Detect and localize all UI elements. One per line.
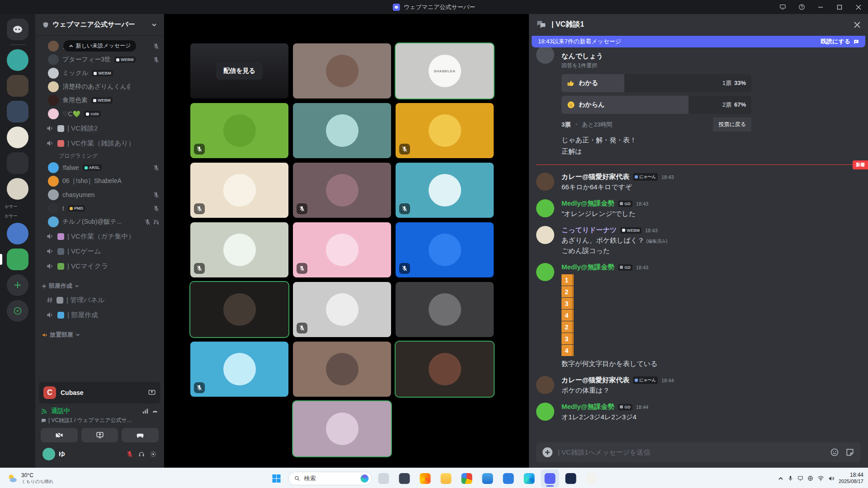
video-tile[interactable]: 配信を見る (293, 222, 391, 277)
poll-option[interactable]: わかる 1票33% (561, 74, 751, 92)
camera-button[interactable] (41, 428, 78, 442)
video-tile[interactable]: 配信を見る (396, 103, 494, 158)
voice-member[interactable]: ミックル WEBM (35, 66, 164, 80)
video-tile[interactable]: 配信を見る (190, 342, 288, 397)
category-create-room[interactable]: 部屋作成 (35, 280, 164, 292)
call-location[interactable]: | VC雑談1 / ウェブマニア公式サ... (48, 417, 132, 424)
avatar[interactable] (536, 173, 554, 191)
author-name[interactable]: カレー@猫愛好家代表 (561, 173, 629, 181)
author-name[interactable]: こってりドーナツ (561, 226, 617, 235)
share-activity-icon[interactable] (148, 389, 156, 397)
taskbar-app-icon[interactable] (583, 469, 601, 488)
close-chat-icon[interactable] (854, 21, 861, 28)
avatar[interactable] (536, 199, 554, 217)
taskbar-app-icon[interactable] (541, 469, 559, 488)
voice-member[interactable]: t PMD (35, 202, 164, 215)
maximize-button[interactable] (830, 0, 849, 14)
video-tile[interactable]: 配信を見る (293, 163, 391, 218)
server-icon[interactable]: かサー (4, 204, 31, 209)
taskbar-app-icon[interactable] (500, 469, 518, 488)
voice-channel[interactable]: | VCゲーム (39, 244, 160, 258)
category-idle-room[interactable]: 放置部屋 (35, 328, 164, 341)
video-tile[interactable]: 配信を見る (293, 401, 391, 456)
voice-channel[interactable]: | VCマイクラ (39, 259, 160, 273)
server-icon[interactable] (7, 249, 28, 270)
avatar[interactable] (536, 376, 554, 394)
taskbar-app-icon[interactable] (479, 469, 497, 488)
avatar[interactable] (536, 47, 554, 64)
server-icon[interactable] (7, 75, 28, 97)
explore-servers-button[interactable] (7, 300, 28, 322)
video-tile[interactable]: 配信を見る (396, 282, 494, 337)
taskbar-app-icon[interactable] (375, 469, 393, 488)
video-tile[interactable]: 配信を見る (293, 43, 391, 99)
add-attachment-icon[interactable] (542, 447, 552, 457)
message-input-bar[interactable]: | VC雑談1へメッセージを送信 (536, 442, 861, 462)
author-name[interactable]: Medly@無課金勢 (561, 403, 614, 411)
tray-display-icon[interactable] (797, 475, 803, 481)
author-name[interactable]: Medly@無課金勢 (561, 263, 614, 272)
sticker-icon[interactable] (845, 448, 854, 457)
stream-monitor-icon[interactable] (773, 0, 792, 14)
author-name[interactable]: Medly@無課金勢 (561, 199, 614, 208)
voice-member[interactable]: 06［!sho］ShabeleA (35, 174, 164, 188)
headphones-icon[interactable] (138, 450, 145, 458)
poll-return-button[interactable]: 投票に戻る (713, 117, 751, 131)
user-area[interactable]: ゆ (41, 447, 159, 461)
mark-read-button[interactable]: 既読にする (821, 38, 859, 46)
home-button[interactable] (7, 19, 28, 40)
server-icon[interactable] (7, 49, 28, 71)
voice-member[interactable]: chasyumen (35, 188, 164, 202)
video-tile[interactable]: 配信を見る (293, 282, 391, 337)
search-input[interactable]: 検索 (288, 472, 372, 485)
new-messages-banner[interactable]: 18:43以来7件の新着メッセージ 既読にする (532, 36, 865, 47)
help-icon[interactable] (792, 0, 811, 14)
server-icon[interactable] (7, 127, 28, 148)
video-tile[interactable]: 配信を見る (396, 163, 494, 218)
watch-stream-button[interactable]: 配信を見る (216, 62, 263, 80)
user-avatar[interactable] (42, 448, 55, 460)
clock[interactable]: 18:44 2025/08/17 (839, 472, 863, 485)
voice-member[interactable]: チルノ(Sub)@飯テ... (35, 215, 164, 229)
avatar[interactable] (536, 263, 554, 281)
voice-member[interactable]: !falwe ARSL (35, 161, 164, 174)
emoji-picker-icon[interactable] (830, 448, 839, 457)
video-tile[interactable]: 配信を見る (396, 342, 494, 397)
taskbar-app-icon[interactable] (416, 469, 434, 488)
avatar[interactable] (536, 226, 554, 244)
video-tile[interactable]: 配信を見る (396, 222, 494, 277)
voice-member[interactable]: ♡C💚 cute (35, 107, 164, 121)
server-icon[interactable]: かサー (4, 213, 31, 219)
video-tile[interactable]: 配信を見る (293, 342, 391, 397)
video-tile[interactable]: 配信を見る (190, 163, 288, 218)
author-name[interactable]: カレー@猫愛好家代表 (561, 376, 629, 385)
voice-channel[interactable]: | VC雑談2 (39, 121, 160, 136)
taskbar-app-icon[interactable] (437, 469, 455, 488)
voice-member[interactable]: プターフィー3世 WEBM (35, 53, 164, 66)
close-button[interactable] (849, 0, 868, 14)
voice-channel[interactable]: | VC作業（ガチ集中） (39, 229, 160, 244)
server-icon[interactable] (7, 152, 28, 174)
weather-widget[interactable]: 30°C くもりのち晴れ (3, 468, 57, 488)
poll-option[interactable]: わからん 2票67% (561, 96, 751, 114)
tray-mic-icon[interactable] (788, 475, 793, 481)
server-icon[interactable] (7, 101, 28, 122)
server-header[interactable]: ウェブマニア公式サーバー (35, 14, 164, 36)
taskbar-app-icon[interactable] (520, 469, 538, 488)
screen-share-button[interactable] (81, 428, 118, 442)
voice-member[interactable]: 食用色素 WEBM (35, 94, 164, 107)
taskbar-app-icon[interactable] (562, 469, 580, 488)
video-tile[interactable]: 配信を見る SHABELEA (396, 43, 494, 99)
tray-globe-icon[interactable] (807, 475, 813, 481)
video-tile[interactable]: 配信を見る (190, 103, 288, 158)
taskbar-app-icon[interactable] (396, 469, 414, 488)
video-tile[interactable]: 配信を見る (190, 222, 288, 277)
voice-member[interactable]: 清楚枠のあざりんくん@... (35, 80, 164, 94)
disconnect-call-icon[interactable] (151, 408, 159, 415)
mic-muted-icon[interactable] (126, 450, 133, 458)
add-server-button[interactable] (7, 274, 28, 296)
avatar[interactable] (536, 403, 554, 421)
numbers-image[interactable]: 1 2 3 4 2 3 4 (561, 274, 574, 356)
message-list[interactable]: なんでしょう 回答を1件選択 わかる 1票33% わからん 2票6 (529, 47, 868, 438)
tray-chevron-up-icon[interactable] (778, 476, 783, 481)
